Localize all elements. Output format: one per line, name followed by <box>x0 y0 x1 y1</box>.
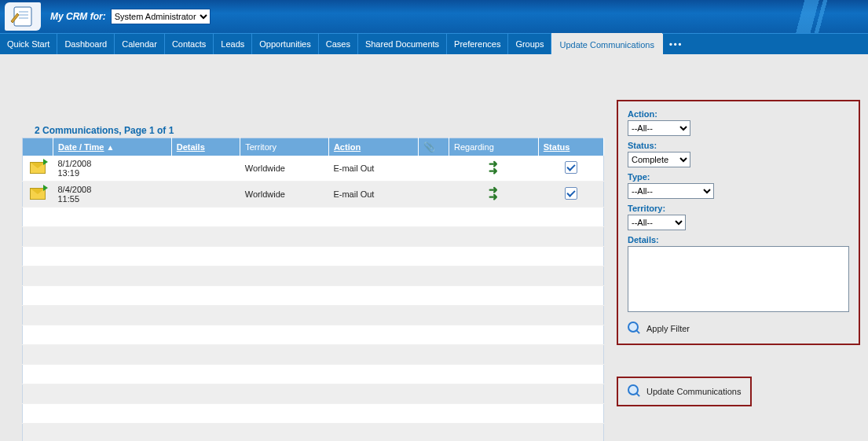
empty-row <box>23 306 604 325</box>
cell-status[interactable] <box>538 182 603 208</box>
paperclip-icon: 📎 <box>423 141 435 153</box>
status-checked-icon[interactable] <box>565 161 577 174</box>
tab-opportunities[interactable]: Opportunities <box>252 34 318 54</box>
grid-title: 2 Communications, Page 1 of 1 <box>22 125 604 138</box>
col-details[interactable]: Details <box>171 138 240 156</box>
cell-attachment <box>419 156 449 182</box>
filter-action-label: Action: <box>628 109 849 119</box>
cell-datetime: 8/1/200813:19 <box>53 156 172 182</box>
app-logo-icon <box>5 2 41 31</box>
mycrm-label: My CRM for: <box>50 11 106 22</box>
status-checked-icon[interactable] <box>565 187 577 200</box>
empty-row <box>23 227 604 247</box>
email-out-icon <box>30 162 46 174</box>
tab-calendar[interactable]: Calendar <box>115 34 165 54</box>
filter-territory-select[interactable]: --All-- <box>628 215 686 230</box>
tab-cases[interactable]: Cases <box>319 34 358 54</box>
tab-leads[interactable]: Leads <box>214 34 252 54</box>
empty-row <box>23 404 604 424</box>
cell-territory: Worldwide <box>240 156 329 182</box>
cell-action: E-mail Out <box>328 156 418 182</box>
tab-bar: Quick StartDashboardCalendarContactsLead… <box>0 33 868 54</box>
cell-details <box>171 156 240 182</box>
filter-panel: Action: --All-- Status: Complete Type: -… <box>617 100 860 345</box>
sort-asc-icon: ▲ <box>107 143 115 152</box>
tab-shared-documents[interactable]: Shared Documents <box>358 34 447 54</box>
cell-attachment <box>419 182 449 208</box>
col-datetime[interactable]: Date / Time ▲ <box>53 138 172 156</box>
filter-status-label: Status: <box>628 141 849 150</box>
col-regarding[interactable]: Regarding <box>449 138 539 156</box>
empty-row <box>23 286 604 306</box>
tab-groups[interactable]: Groups <box>508 34 551 54</box>
regarding-arrow-icon: ➜➜ <box>489 160 498 175</box>
decorative-ribbon <box>774 0 868 33</box>
empty-row <box>23 365 604 384</box>
filter-territory-label: Territory: <box>628 204 849 213</box>
magnifier-icon <box>628 384 642 399</box>
tab-dashboard[interactable]: Dashboard <box>57 34 115 54</box>
cell-regarding: ➜➜ <box>449 156 539 182</box>
cell-regarding: ➜➜ <box>449 182 539 208</box>
table-row[interactable]: 8/4/200811:55WorldwideE-mail Out➜➜ <box>23 182 604 208</box>
col-status[interactable]: Status <box>538 138 603 156</box>
user-select[interactable]: System Administrator <box>111 9 211 24</box>
tab-preferences[interactable]: Preferences <box>447 34 508 54</box>
filter-type-label: Type: <box>628 172 849 182</box>
header-bar: My CRM for: System Administrator <box>0 0 868 33</box>
empty-row <box>23 384 604 404</box>
filter-details-label: Details: <box>628 235 849 244</box>
col-action[interactable]: Action <box>328 138 418 156</box>
col-attachment[interactable]: 📎 <box>419 138 449 156</box>
update-communications-label: Update Communications <box>646 387 741 396</box>
table-row[interactable]: 8/1/200813:19WorldwideE-mail Out➜➜ <box>23 156 604 182</box>
empty-row <box>23 208 604 227</box>
cell-details <box>171 182 240 208</box>
apply-filter-label: Apply Filter <box>646 324 690 333</box>
more-tabs-button[interactable]: ••• <box>663 34 690 54</box>
empty-row <box>23 345 604 365</box>
communications-grid: Date / Time ▲ Details Territory Action 📎… <box>22 138 604 441</box>
email-out-icon <box>30 188 46 200</box>
col-icon <box>23 138 53 156</box>
col-territory[interactable]: Territory <box>240 138 329 156</box>
apply-filter-button[interactable]: Apply Filter <box>628 322 849 336</box>
cell-action: E-mail Out <box>328 182 418 208</box>
empty-row <box>23 325 604 345</box>
cell-territory: Worldwide <box>240 182 329 208</box>
filter-status-select[interactable]: Complete <box>628 152 690 167</box>
empty-row <box>23 424 604 442</box>
tab-update-communications[interactable]: Update Communications <box>551 33 661 54</box>
tab-quick-start[interactable]: Quick Start <box>0 34 57 54</box>
filter-details-textarea[interactable] <box>628 246 849 312</box>
cell-datetime: 8/4/200811:55 <box>53 182 172 208</box>
update-communications-button[interactable]: Update Communications <box>617 377 752 406</box>
tab-contacts[interactable]: Contacts <box>165 34 214 54</box>
empty-row <box>23 266 604 286</box>
regarding-arrow-icon: ➜➜ <box>489 186 498 200</box>
filter-type-select[interactable]: --All-- <box>628 183 714 199</box>
filter-action-select[interactable]: --All-- <box>628 120 690 136</box>
magnifier-icon <box>628 322 642 336</box>
empty-row <box>23 247 604 266</box>
cell-status[interactable] <box>538 156 603 182</box>
